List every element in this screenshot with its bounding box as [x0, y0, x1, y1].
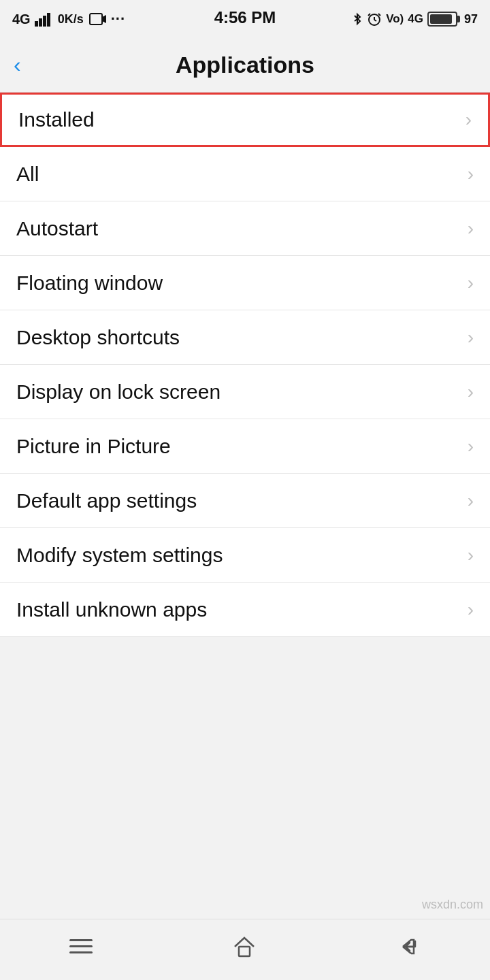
list-item-label: Display on lock screen — [16, 380, 220, 404]
chevron-icon: › — [468, 272, 474, 294]
list-item[interactable]: Display on lock screen › — [0, 365, 490, 419]
network-label: 4G — [12, 12, 31, 27]
list-item-label: Autostart — [16, 217, 98, 240]
svg-rect-4 — [90, 14, 102, 24]
list-item-label: Default app settings — [16, 489, 197, 512]
back-button[interactable]: ‹ — [14, 52, 21, 78]
list-item-label: Install unknown apps — [16, 598, 207, 621]
chevron-icon: › — [468, 327, 474, 348]
list-item-label: Picture in Picture — [16, 435, 171, 458]
svg-rect-11 — [239, 947, 250, 956]
header: ‹ Applications — [0, 38, 490, 93]
list-item-label: Desktop shortcuts — [16, 326, 180, 349]
chevron-icon: › — [468, 490, 474, 512]
status-time: 4:56 PM — [214, 8, 276, 27]
svg-rect-2 — [43, 16, 46, 27]
signal-icon — [35, 12, 54, 27]
chevron-icon: › — [468, 436, 474, 457]
list-item[interactable]: Install unknown apps › — [0, 583, 490, 637]
home-icon[interactable] — [232, 934, 257, 959]
menu-list: Installed › All › Autostart › Floating w… — [0, 93, 490, 919]
svg-line-10 — [378, 14, 380, 16]
battery-fill — [430, 14, 452, 24]
svg-line-8 — [374, 20, 376, 21]
bottom-navigation — [0, 919, 490, 980]
battery-indicator — [427, 12, 457, 27]
battery-percent: 97 — [464, 12, 478, 27]
status-bar: 4G 0K/s ··· 4:56 PM Vo) 4G — [0, 0, 490, 38]
list-item[interactable]: Floating window › — [0, 256, 490, 310]
svg-rect-3 — [47, 13, 50, 27]
list-item[interactable]: Autostart › — [0, 201, 490, 256]
chevron-icon: › — [468, 544, 474, 566]
recorder-icon — [89, 12, 107, 26]
list-item[interactable]: Default app settings › — [0, 474, 490, 528]
status-right: Vo) 4G 97 — [352, 12, 478, 27]
list-item-label: Floating window — [16, 272, 163, 295]
watermark: wsxdn.com — [422, 898, 483, 912]
volte-label: Vo) — [386, 12, 404, 26]
list-item[interactable]: Modify system settings › — [0, 528, 490, 583]
chevron-icon: › — [468, 163, 474, 185]
chevron-icon: › — [468, 381, 474, 403]
page-title: Applications — [176, 52, 314, 78]
svg-line-9 — [368, 14, 370, 16]
lte-label: 4G — [408, 12, 423, 26]
status-left: 4G 0K/s ··· — [12, 10, 125, 28]
list-item[interactable]: Desktop shortcuts › — [0, 310, 490, 365]
alarm-icon — [367, 12, 382, 27]
chevron-icon: › — [468, 599, 474, 621]
list-item[interactable]: Installed › — [0, 93, 490, 147]
chevron-icon: › — [468, 218, 474, 240]
svg-rect-1 — [39, 18, 42, 27]
hamburger-line-1 — [69, 939, 93, 941]
back-nav-icon[interactable] — [396, 934, 421, 959]
svg-rect-0 — [35, 21, 38, 27]
hamburger-line-2 — [69, 945, 93, 947]
bluetooth-icon — [352, 12, 363, 27]
list-item-label: All — [16, 163, 39, 186]
list-item-label: Modify system settings — [16, 544, 223, 567]
dots-label: ··· — [111, 10, 125, 28]
list-item[interactable]: Picture in Picture › — [0, 419, 490, 474]
speed-label: 0K/s — [58, 12, 84, 27]
chevron-icon: › — [466, 109, 472, 131]
menu-icon[interactable] — [69, 939, 93, 953]
hamburger-line-3 — [69, 951, 93, 953]
list-item[interactable]: All › — [0, 147, 490, 201]
list-item-label: Installed — [18, 108, 95, 131]
